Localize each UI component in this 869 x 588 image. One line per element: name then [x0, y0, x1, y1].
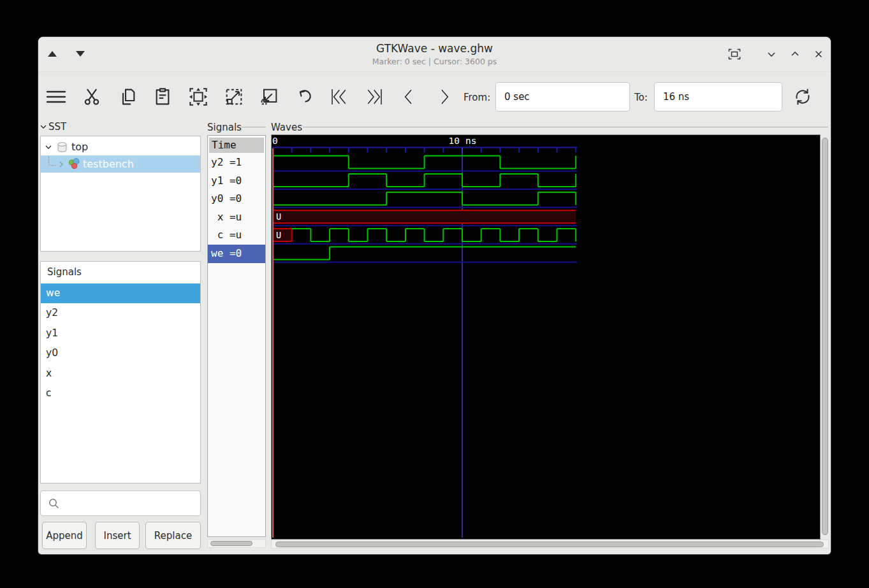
- paste-button[interactable]: [152, 87, 173, 107]
- time-column-header[interactable]: Time: [209, 138, 264, 153]
- waves-hscrollbar-track[interactable]: [271, 540, 829, 549]
- signal-search-field[interactable]: [40, 491, 201, 516]
- paste-icon: [152, 87, 173, 107]
- replace-button[interactable]: Replace: [145, 522, 201, 549]
- wave-trace-y2: [273, 156, 576, 169]
- wave-label-y2[interactable]: y2 =1: [208, 154, 265, 172]
- copy-button[interactable]: [118, 87, 138, 107]
- copy-icon: [118, 87, 138, 107]
- waves-frame-line: [303, 127, 828, 127]
- expander-right-icon[interactable]: [58, 161, 64, 168]
- wave-trace-we: [273, 247, 576, 260]
- chevron-up-icon: [789, 48, 801, 61]
- minimize-button[interactable]: [765, 48, 780, 63]
- signal-list-item-y1[interactable]: y1: [41, 324, 200, 343]
- wave-label-y1[interactable]: y1 =0: [208, 172, 265, 190]
- signal-list-item-y2[interactable]: y2: [41, 303, 200, 323]
- from-label: From:: [464, 92, 490, 103]
- reload-icon: [792, 87, 813, 107]
- chevron-down-icon: [765, 48, 778, 61]
- reload-button[interactable]: [792, 87, 813, 107]
- close-icon: [812, 48, 825, 61]
- unknown-value-label: U: [276, 212, 281, 222]
- sst-tree: top testbench: [40, 136, 201, 252]
- go-next-button[interactable]: [434, 87, 455, 107]
- menu-icon: [45, 88, 67, 106]
- names-hscrollbar-track[interactable]: [207, 539, 266, 548]
- go-last-button[interactable]: [365, 87, 385, 107]
- wave-label-we[interactable]: we =0: [208, 245, 265, 263]
- zoom-out-button[interactable]: [259, 87, 279, 107]
- sst-expander-icon[interactable]: [40, 124, 47, 130]
- timescale-label: 0: [272, 136, 278, 146]
- signal-names-panel: Time y2 =1 y1 =0 y0 =0 x =u c =u we =0: [207, 135, 266, 537]
- menu-button[interactable]: [45, 88, 66, 108]
- fullscreen-icon: [727, 47, 742, 62]
- go-previous-icon: [398, 87, 419, 107]
- wave-label-x[interactable]: x =u: [208, 208, 265, 227]
- signal-list-header: Signals: [41, 262, 200, 283]
- zoom-in-icon: [224, 87, 244, 107]
- names-hscrollbar-thumb[interactable]: [210, 541, 252, 546]
- signal-list-item-we[interactable]: we: [41, 283, 200, 303]
- signal-list-item-y0[interactable]: y0: [41, 343, 200, 363]
- desktop: { "window": { "title": "GTKWave - wave.g…: [0, 0, 869, 588]
- sst-header-label: SST: [48, 121, 66, 133]
- waves-frame-label: Waves: [271, 122, 302, 133]
- wave-trace-y1: [273, 174, 576, 187]
- go-first-button[interactable]: [328, 87, 349, 107]
- gtkwave-window: GTKWave - wave.ghw Marker: 0 sec | Curso…: [38, 37, 831, 554]
- signal-list: Signals we y2 y1 y0 x c: [40, 261, 201, 484]
- from-input[interactable]: [495, 82, 630, 111]
- unknown-value-label: U: [276, 230, 281, 240]
- to-label: To:: [634, 92, 648, 103]
- signal-list-item-x[interactable]: x: [41, 364, 200, 384]
- waveform-canvas[interactable]: 010nsUU: [272, 135, 820, 539]
- fullscreen-button[interactable]: [727, 47, 742, 62]
- cut-icon: [82, 87, 102, 107]
- zoom-fit-icon: [188, 87, 208, 107]
- toolbar: From: To:: [38, 72, 831, 121]
- undo-button[interactable]: [294, 87, 314, 107]
- to-input[interactable]: [654, 82, 782, 111]
- waves-hscrollbar-thumb[interactable]: [275, 541, 824, 547]
- wave-display[interactable]: 010nsUU: [271, 134, 821, 540]
- titlebar[interactable]: GTKWave - wave.ghw Marker: 0 sec | Curso…: [38, 37, 831, 72]
- zoom-fit-button[interactable]: [188, 87, 208, 107]
- wave-label-y0[interactable]: y0 =0: [208, 190, 265, 208]
- insert-button[interactable]: Insert: [95, 522, 140, 549]
- timescale-unit: ns: [465, 136, 476, 146]
- signals-frame-label: Signals: [207, 122, 242, 133]
- signal-list-item-c[interactable]: c: [41, 384, 200, 403]
- window-title: GTKWave - wave.ghw: [38, 42, 831, 55]
- module-cylinder-icon: [57, 141, 68, 153]
- wave-trace-y0: [273, 192, 576, 205]
- close-button[interactable]: [812, 48, 828, 63]
- tree-item-testbench[interactable]: testbench: [41, 155, 200, 173]
- maximize-button[interactable]: [789, 48, 804, 63]
- tree-item-label: top: [71, 141, 88, 153]
- timescale-label: 10: [449, 136, 460, 146]
- go-next-icon: [434, 87, 455, 107]
- tree-item-top[interactable]: top: [41, 138, 200, 155]
- search-icon: [48, 498, 60, 510]
- go-last-icon: [365, 87, 385, 107]
- go-first-icon: [328, 87, 349, 107]
- waves-vscrollbar-thumb[interactable]: [822, 138, 828, 535]
- zoom-out-icon: [259, 87, 279, 107]
- tree-branch-line: [48, 157, 55, 166]
- go-previous-button[interactable]: [398, 87, 419, 107]
- cut-button[interactable]: [82, 87, 102, 107]
- search-input[interactable]: [64, 494, 197, 514]
- append-button[interactable]: Append: [42, 522, 87, 549]
- tree-item-label: testbench: [83, 158, 134, 170]
- marker-cursor-status: Marker: 0 sec | Cursor: 3600 ps: [38, 57, 831, 66]
- wave-trace-c: [292, 229, 576, 241]
- signals-frame-line: [241, 127, 266, 127]
- zoom-in-button[interactable]: [224, 87, 244, 107]
- wave-label-c[interactable]: c =u: [208, 226, 265, 245]
- expander-down-icon[interactable]: [45, 144, 52, 150]
- undo-icon: [294, 87, 314, 107]
- spheres-group-icon: [68, 158, 80, 170]
